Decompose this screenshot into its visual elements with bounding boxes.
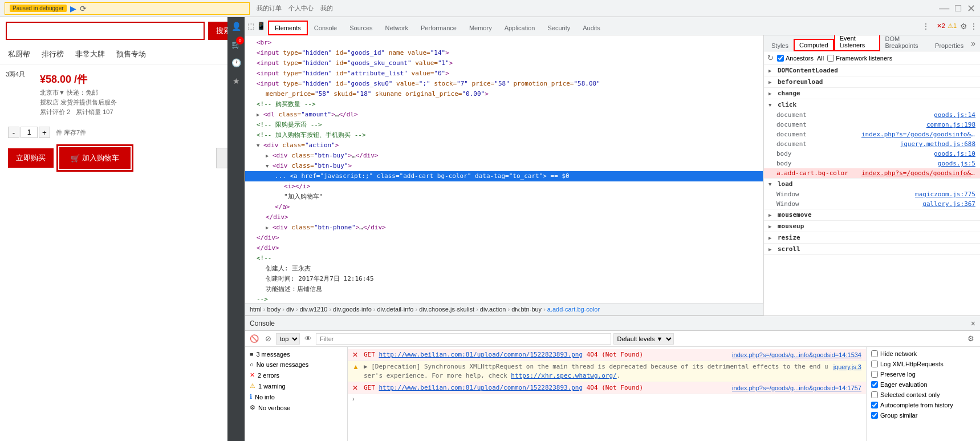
event-group-header[interactable]: mousemove <box>764 209 980 220</box>
selected-context-checkbox[interactable] <box>871 391 878 398</box>
console-filter-button[interactable]: ⊘ <box>262 333 274 345</box>
breadcrumb-detail-info[interactable]: div.detail-info <box>377 306 413 313</box>
source-link-2[interactable]: index.php?s=/goods/g...info&goodsid=14:1… <box>732 383 861 393</box>
breadcrumb-div1[interactable]: div <box>286 306 294 313</box>
event-item[interactable]: body goods.js:5 <box>764 159 980 168</box>
event-link[interactable]: common.js:198 <box>926 121 975 128</box>
eager-eval-checkbox[interactable] <box>871 381 878 388</box>
error-url-link-2[interactable]: http://www.beilian.com:81/upload/common/… <box>379 384 583 391</box>
levels-selector[interactable]: Default levels ▼ <box>613 333 674 345</box>
qty-minus[interactable]: - <box>8 127 19 138</box>
breadcrumb-action[interactable]: div.action <box>480 306 506 313</box>
console-input[interactable] <box>357 395 861 402</box>
qty-plus[interactable]: + <box>39 127 50 138</box>
tab-event-listeners[interactable]: Event Listeners <box>834 35 880 51</box>
event-item[interactable]: Window magiczoom.js:775 <box>764 189 980 199</box>
event-group-header[interactable]: beforeunload <box>764 76 980 87</box>
event-group-header[interactable]: scroll <box>764 244 980 254</box>
event-link[interactable]: index.php?s=/goods/goodsinfo&goodsid=14:… <box>861 169 975 177</box>
refresh-icon[interactable]: ↻ <box>767 54 774 62</box>
sidebar-user-messages[interactable]: ○ No user messages <box>245 359 347 370</box>
sidebar-info[interactable]: ℹ No info <box>245 391 347 402</box>
right-panel-more-icon[interactable]: » <box>969 39 978 48</box>
inspect-icon[interactable]: ⬚ <box>247 22 254 30</box>
tab-console[interactable]: Console <box>308 20 343 35</box>
tab-network[interactable]: Network <box>379 20 414 35</box>
sidebar-messages[interactable]: ≡ 3 messages <box>245 349 347 359</box>
console-eye-button[interactable]: 👁 <box>302 333 314 345</box>
tab-application[interactable]: Application <box>498 20 542 35</box>
error-url-link[interactable]: http://www.beilian.com:81/upload/common/… <box>379 351 583 358</box>
tab-elements[interactable]: Elements <box>268 21 308 35</box>
event-link[interactable]: goods.js:5 <box>938 160 975 167</box>
sidebar-verbose[interactable]: ⚙ No verbose <box>245 402 347 413</box>
resume-icon[interactable]: ▶ <box>70 4 76 13</box>
tab-properties[interactable]: Properties <box>930 40 969 51</box>
event-item[interactable]: Window gallery.js:367 <box>764 199 980 209</box>
tab-audits[interactable]: Audits <box>576 20 607 35</box>
nav-item-presale[interactable]: 预售专场 <box>116 49 146 59</box>
breadcrumb-goods-info[interactable]: div.goods-info <box>333 306 372 313</box>
event-item[interactable]: document goods.js:14 <box>764 110 980 120</box>
autocomplete-checkbox[interactable] <box>871 402 878 408</box>
event-item-highlighted[interactable]: a.add-cart.bg-color index.php?s=/goods/g… <box>764 168 980 178</box>
event-link[interactable]: magiczoom.js:775 <box>915 191 975 198</box>
console-settings-button[interactable]: ⚙ <box>965 333 977 345</box>
ancestors-checkbox-label[interactable]: Styles Ancestors <box>777 55 814 62</box>
source-link-warning[interactable]: jquery.js:3 <box>833 362 861 371</box>
history-icon[interactable]: 🕐 <box>229 56 243 70</box>
event-item[interactable]: document index.php?s=/goods/goodsinfo&go… <box>764 130 980 139</box>
context-selector[interactable]: top <box>276 333 300 345</box>
nav-item-ranking[interactable]: 排行榜 <box>42 49 64 59</box>
event-group-header[interactable]: mouseup <box>764 221 980 232</box>
search-input[interactable] <box>6 22 205 40</box>
event-item[interactable]: document common.js:198 <box>764 120 980 130</box>
settings-icon[interactable]: ⚙ <box>960 22 967 31</box>
console-tab-label[interactable]: Console <box>250 319 275 327</box>
event-item[interactable]: body goods.js:10 <box>764 149 980 159</box>
framework-checkbox[interactable] <box>827 55 834 62</box>
selected-code-line[interactable]: ... <a href="javascript:;" class="add-ca… <box>245 171 763 181</box>
breadcrumb-div-w1210[interactable]: div.w1210 <box>300 306 328 313</box>
tab-dom-breakpoints[interactable]: DOM Breakpoints <box>880 35 930 51</box>
event-link[interactable]: goods.js:14 <box>934 111 975 119</box>
tab-security[interactable]: Security <box>541 20 576 35</box>
event-group-header[interactable]: change <box>764 88 980 99</box>
event-link[interactable]: goods.js:10 <box>934 150 975 157</box>
nav-item-chefs[interactable]: 私厨帮 <box>8 49 30 59</box>
step-icon[interactable]: ⟳ <box>80 4 87 13</box>
event-link[interactable]: jquery.method.js:688 <box>900 140 975 148</box>
option-selected-context[interactable]: Selected context only <box>871 391 975 398</box>
source-link[interactable]: index.php?s=/goods/g...info&goodsid=14:1… <box>732 350 861 359</box>
console-clear-button[interactable]: 🚫 <box>249 333 260 345</box>
tab-computed[interactable]: Computed <box>794 39 834 51</box>
user-icon[interactable]: 👤 <box>229 19 243 33</box>
nav-orders[interactable]: 我的订单 <box>257 4 282 13</box>
qty-input[interactable] <box>21 127 38 138</box>
more-options-icon[interactable]: ⋮ <box>970 22 978 31</box>
sidebar-warnings[interactable]: ⚠ 1 warning <box>245 381 347 391</box>
framework-checkbox-label[interactable]: Framework listeners <box>827 55 892 62</box>
mobile-icon[interactable]: 📱 <box>257 22 266 30</box>
tab-sources[interactable]: Sources <box>343 20 379 35</box>
warning-url-link[interactable]: https://xhr.spec.whatwg.org/ <box>511 372 616 379</box>
console-close-button[interactable]: × <box>971 319 975 328</box>
event-group-header[interactable]: resize <box>764 232 980 243</box>
option-log-xhr[interactable]: Log XMLHttpRequests <box>871 361 975 367</box>
add-cart-button[interactable]: 🛒 加入购物车 <box>59 147 131 169</box>
ancestors-checkbox[interactable] <box>777 55 784 62</box>
breadcrumb-body[interactable]: body <box>267 306 280 313</box>
nav-mine[interactable]: 我的 <box>320 4 333 13</box>
maximize-icon[interactable]: □ <box>955 2 961 14</box>
console-filter-input[interactable] <box>316 333 611 345</box>
favorite-icon[interactable]: ★ <box>229 74 243 88</box>
option-autocomplete[interactable]: Autocomplete from history <box>871 402 975 408</box>
option-hide-network[interactable]: Hide network <box>871 350 975 357</box>
preserve-log-checkbox[interactable] <box>871 371 878 378</box>
tab-performance[interactable]: Performance <box>414 20 463 35</box>
option-group-similar[interactable]: Group similar <box>871 412 975 419</box>
breadcrumb-btn-buy[interactable]: div.btn-buy <box>511 306 542 313</box>
breadcrumb-html[interactable]: html <box>250 306 262 313</box>
tab-memory[interactable]: Memory <box>463 20 498 35</box>
option-eager-eval[interactable]: Eager evaluation <box>871 381 975 388</box>
